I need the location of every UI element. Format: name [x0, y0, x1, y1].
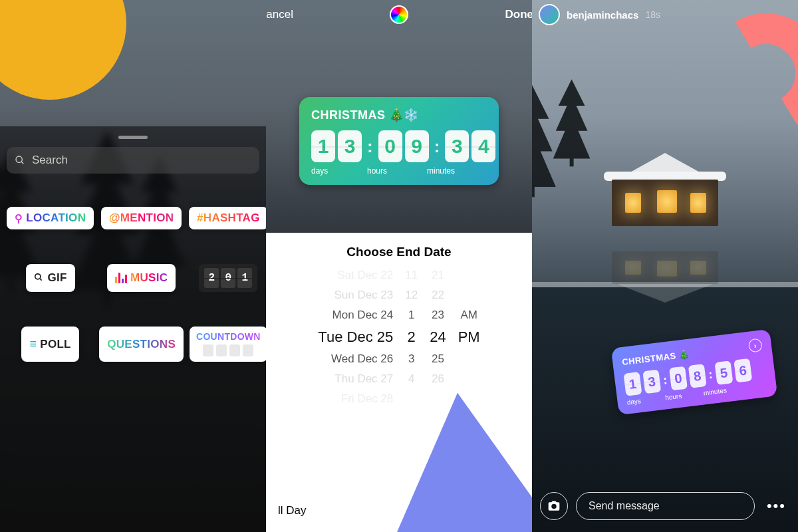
sticker-countdown[interactable]: COUNTDOWN	[190, 327, 266, 362]
decorative-blue-triangle	[372, 384, 532, 532]
more-options-button[interactable]: •••	[763, 497, 790, 515]
done-button[interactable]: Done	[505, 8, 532, 21]
sticker-tray[interactable]: Search ⚲ LOCATION @MENTION #HASHTAG GIF	[0, 126, 266, 532]
cabin-reflection	[592, 251, 738, 307]
location-pin-icon: ⚲	[15, 212, 23, 225]
story-timestamp: 18s	[645, 9, 660, 20]
countdown-emoji: 🎄❄️	[389, 108, 419, 122]
sticker-location[interactable]: ⚲ LOCATION	[7, 207, 94, 229]
sticker-hashtag[interactable]: #HASHTAG	[189, 207, 266, 229]
all-day-label: ll Day	[278, 504, 307, 517]
panel-sticker-picker: Search ⚲ LOCATION @MENTION #HASHTAG GIF	[0, 0, 266, 532]
countdown-preview-icon	[203, 344, 253, 356]
panel-story-viewer: benjaminchacs 18s CHRISTMAS 🎄 › 1 3 : 0 …	[532, 0, 798, 532]
svg-line-5	[39, 278, 41, 280]
music-bars-icon	[115, 273, 127, 283]
tray-grab-handle[interactable]	[118, 136, 148, 139]
sticker-flip-counter[interactable]: 2 0 1	[199, 264, 257, 292]
camera-reply-button[interactable]	[540, 492, 568, 520]
sticker-questions[interactable]: QUESTIONS	[99, 327, 184, 362]
avatar[interactable]	[539, 4, 560, 25]
cancel-button[interactable]: Cancel	[266, 8, 293, 21]
panel-countdown-editor: Cancel Done CHRISTMAS 🎄❄️ 13 : 09 : 34 d…	[266, 0, 532, 532]
date-sheet-title: Choose End Date	[266, 233, 532, 269]
countdown-title: CHRISTMAS	[311, 108, 386, 122]
poll-icon: ≡	[29, 337, 37, 351]
color-wheel-button[interactable]	[390, 5, 408, 24]
sticker-poll[interactable]: ≡ POLL	[21, 327, 78, 362]
send-message-input[interactable]: Send message	[576, 492, 755, 520]
search-placeholder: Search	[32, 154, 68, 167]
search-icon	[34, 273, 43, 284]
svg-line-3	[21, 162, 23, 164]
svg-point-4	[35, 273, 40, 279]
story-username[interactable]: benjaminchacs	[567, 9, 638, 21]
svg-point-2	[16, 156, 22, 162]
sticker-gif[interactable]: GIF	[26, 264, 75, 292]
camera-icon	[547, 499, 561, 513]
date-wheel-picker[interactable]: Sat Dec 22 Sun Dec 23 Mon Dec 24 Tue Dec…	[266, 269, 532, 406]
countdown-sticker-large[interactable]: CHRISTMAS 🎄❄️ 13 : 09 : 34 days hours mi…	[299, 97, 499, 185]
sticker-search-input[interactable]: Search	[7, 147, 259, 174]
sticker-mention[interactable]: @MENTION	[101, 207, 182, 229]
search-icon	[15, 155, 25, 166]
cabin-illustration	[592, 146, 738, 226]
sticker-music[interactable]: MUSIC	[107, 264, 176, 292]
chevron-right-icon[interactable]: ›	[748, 338, 763, 352]
